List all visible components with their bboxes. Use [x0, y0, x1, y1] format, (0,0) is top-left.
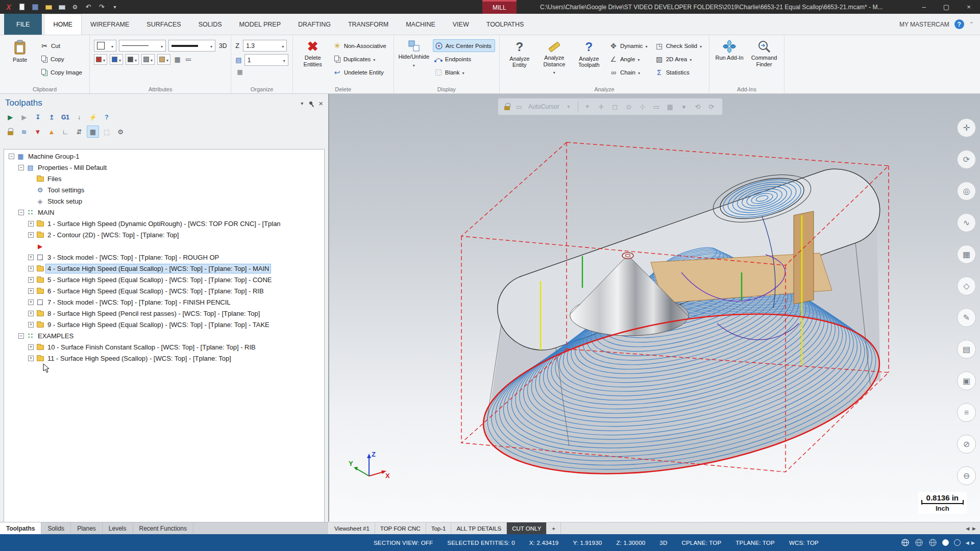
- window-button[interactable]: –: [913, 0, 935, 14]
- tree-expander-icon[interactable]: [28, 356, 34, 361]
- tree-expander-icon[interactable]: [28, 344, 34, 350]
- qat-button[interactable]: [96, 2, 107, 12]
- panel-splitter[interactable]: [328, 94, 329, 522]
- tree-expander-icon[interactable]: [28, 266, 34, 271]
- toolpaths-toolbar-button[interactable]: G1: [59, 111, 71, 123]
- tab-file[interactable]: FILE: [4, 14, 42, 35]
- viewport-tool-button[interactable]: ◇: [957, 277, 976, 295]
- copy-image-button[interactable]: Copy Image: [39, 66, 85, 79]
- tree-row[interactable]: 4 - Surface High Speed (Equal Scallop) -…: [4, 263, 324, 274]
- toolpaths-toolbar-button[interactable]: ▶: [18, 111, 30, 123]
- tree-row[interactable]: 2 - Contour (2D) - [WCS: Top] - [Tplane:…: [4, 229, 324, 240]
- tree-row[interactable]: 11 - Surface High Speed (Scallop) - [WCS…: [4, 353, 324, 364]
- qat-button[interactable]: [56, 2, 67, 12]
- analyze-distance-button[interactable]: Analyze Distance: [538, 37, 570, 76]
- toolpaths-toolbar-button[interactable]: ⚡: [87, 111, 99, 123]
- autocursor-tool-icon[interactable]: ✛: [597, 103, 606, 111]
- autocursor-tool-icon[interactable]: ⟳: [707, 103, 716, 111]
- autocursor-label[interactable]: AutoCursor: [528, 103, 559, 110]
- blank-button[interactable]: Blank: [433, 66, 495, 79]
- manager-panel-tab[interactable]: Solids: [41, 522, 71, 534]
- run-addin-button[interactable]: Run Add-In: [714, 37, 745, 61]
- section-toggle-icon[interactable]: [954, 539, 961, 546]
- tree-row[interactable]: 5 - Surface High Speed (Equal Scallop) -…: [4, 274, 324, 285]
- y-coordinate-field[interactable]: Y: 1.91930: [566, 540, 609, 546]
- viewport-tool-button[interactable]: ▣: [957, 371, 976, 390]
- viewport-tool-button[interactable]: ∿: [957, 213, 976, 232]
- attribute-chip-dropdown[interactable]: [157, 54, 170, 65]
- ribbon-tab[interactable]: SURFACES: [138, 14, 189, 35]
- toolpaths-toolbar-button[interactable]: ▲: [45, 126, 58, 138]
- viewsheet-tab[interactable]: TOP FOR CNC: [375, 522, 426, 534]
- viewport-tool-button[interactable]: ≡: [957, 403, 976, 422]
- delete-entities-button[interactable]: ✖ Delete Entities: [297, 37, 329, 67]
- viewsheet-tab[interactable]: +: [547, 522, 561, 534]
- tree-expander-icon[interactable]: [28, 232, 34, 238]
- wcs-globe-icon[interactable]: [901, 538, 910, 547]
- toolpaths-toolbar-button[interactable]: ↧: [32, 111, 44, 123]
- toolpaths-toolbar-button[interactable]: ?: [101, 111, 113, 123]
- ribbon-tab[interactable]: WIREFRAME: [82, 14, 138, 35]
- tree-expander-icon[interactable]: [28, 255, 34, 260]
- tree-row[interactable]: 6 - Surface High Speed (Equal Scallop) -…: [4, 285, 324, 296]
- wcs-menu[interactable]: WCS: TOP: [782, 540, 826, 546]
- ribbon-tab[interactable]: MODEL PREP: [231, 14, 290, 35]
- tree-expander-icon[interactable]: [9, 154, 14, 159]
- qat-button[interactable]: [109, 2, 120, 12]
- tree-row[interactable]: Files: [4, 173, 324, 184]
- non-associative-button[interactable]: ✳Non-Associative: [332, 39, 389, 52]
- tree-row[interactable]: MAIN: [4, 207, 324, 218]
- toolpaths-toolbar-button[interactable]: ▼: [32, 126, 44, 138]
- attribute-chip-dropdown[interactable]: [141, 54, 155, 65]
- level-input[interactable]: 1: [244, 54, 288, 66]
- 3d-mode-toggle[interactable]: 3D: [218, 42, 227, 49]
- qat-button[interactable]: [69, 2, 81, 12]
- ribbon-tab[interactable]: TOOLPATHS: [478, 14, 533, 35]
- toolpaths-toolbar-button[interactable]: ▦: [87, 126, 99, 138]
- cplane-globe-icon[interactable]: [915, 538, 923, 547]
- tree-expander-icon[interactable]: [18, 210, 24, 215]
- gview-toggle-icon[interactable]: [942, 539, 949, 546]
- grid-settings-icon[interactable]: ▦: [235, 68, 244, 76]
- manager-panel-tab[interactable]: Recent Functions: [133, 522, 193, 534]
- toolpaths-toolbar-button[interactable]: ▶: [4, 111, 16, 123]
- tree-row[interactable]: Properties - Mill Default: [4, 162, 324, 173]
- analyze-angle-button[interactable]: ∠Angle: [608, 53, 651, 65]
- statusbar-next-icon[interactable]: ▶: [971, 540, 975, 545]
- viewsheet-tab[interactable]: Viewsheet #1: [329, 522, 375, 534]
- graphics-viewport[interactable]: ▭ AutoCursor ▾ ⌖ ✛ ◻ ⊙ ⊹ ▭ ▦ ▾ ⟲: [329, 94, 980, 522]
- mode-2d3d-toggle[interactable]: 3D: [652, 540, 674, 546]
- statusbar-prev-icon[interactable]: ◀: [966, 540, 969, 545]
- my-mastercam-link[interactable]: MY MASTERCAM: [899, 21, 949, 28]
- selection-box-icon[interactable]: ▭: [514, 103, 524, 111]
- tree-expander-icon[interactable]: [28, 198, 34, 204]
- line-style-dropdown[interactable]: [119, 40, 166, 52]
- viewsheet-tab[interactable]: ALL TP DETAILS: [451, 522, 507, 534]
- toolpaths-toolbar-button[interactable]: ⇵: [73, 126, 85, 138]
- toolpaths-toolbar-button[interactable]: ≋: [18, 126, 30, 138]
- viewport-tool-button[interactable]: ✎: [957, 308, 976, 327]
- tree-row[interactable]: 9 - Surface High Speed (Equal Scallop) -…: [4, 319, 324, 330]
- autocursor-tool-icon[interactable]: ▾: [679, 103, 689, 111]
- panel-pin-icon[interactable]: [309, 101, 313, 105]
- duplicates-button[interactable]: Duplicates: [332, 53, 389, 65]
- viewport-tool-button[interactable]: ⊖: [957, 466, 976, 485]
- tree-expander-icon[interactable]: [28, 277, 34, 283]
- qat-button[interactable]: [3, 2, 14, 12]
- attribute-chip-dropdown[interactable]: [126, 54, 139, 65]
- line-width-dropdown[interactable]: [168, 40, 215, 52]
- autocursor-tool-icon[interactable]: ⊹: [638, 103, 647, 111]
- viewport-3d-scene[interactable]: [329, 94, 980, 522]
- qat-button[interactable]: [16, 2, 28, 12]
- ribbon-tab[interactable]: HOME: [44, 14, 82, 35]
- z-coordinate-field[interactable]: Z: 1.30000: [609, 540, 652, 546]
- viewport-tool-button[interactable]: ⟳: [957, 150, 976, 169]
- tree-row[interactable]: 10 - Surface Finish Constant Scallop - […: [4, 341, 324, 353]
- tree-expander-icon[interactable]: [28, 288, 34, 294]
- toolpaths-toolbar-button[interactable]: ↥: [45, 111, 58, 123]
- autocursor-caret-icon[interactable]: ▾: [564, 104, 573, 109]
- viewsheet-tab[interactable]: CUT ONLY: [507, 522, 547, 534]
- area-2d-button[interactable]: ▨2D Area: [654, 53, 705, 65]
- viewsheet-tab[interactable]: Top-1: [426, 522, 452, 534]
- tree-expander-icon[interactable]: [28, 299, 34, 305]
